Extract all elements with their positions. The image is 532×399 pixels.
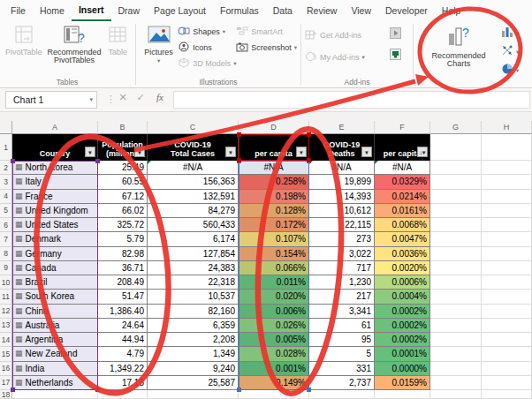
- cell-empty[interactable]: [430, 362, 482, 376]
- cell-population-7[interactable]: 5.79: [98, 232, 148, 246]
- cell-empty[interactable]: [482, 333, 532, 347]
- cell-total-cases-9[interactable]: 24,383: [148, 261, 239, 275]
- column-header-D[interactable]: D: [239, 121, 309, 134]
- cell-population-10[interactable]: 208.49: [98, 275, 148, 290]
- cell-empty[interactable]: [430, 218, 482, 232]
- cell-empty[interactable]: [309, 390, 375, 399]
- category-range-A2-A17-handle[interactable]: [95, 159, 100, 163]
- cell-population-6[interactable]: 325.72: [98, 218, 148, 232]
- cell-cases-per-capita-17[interactable]: 0.149%: [239, 376, 309, 390]
- column-header-B[interactable]: B: [98, 121, 148, 134]
- row-header-8[interactable]: 8: [0, 247, 12, 261]
- cell-cases-per-capita-12[interactable]: 0.006%: [239, 305, 309, 319]
- cell-deaths-5[interactable]: 10,612: [309, 204, 375, 218]
- cell-deaths-14[interactable]: 95: [309, 333, 375, 347]
- filter-button-a[interactable]: ▾: [85, 147, 95, 157]
- cell-empty[interactable]: [430, 290, 482, 304]
- cell-deaths-9[interactable]: 717: [309, 261, 375, 275]
- cell-empty[interactable]: [482, 204, 532, 218]
- column-header-F[interactable]: F: [375, 121, 430, 134]
- cell-deaths-per-capita-12[interactable]: 0.0002%: [375, 305, 430, 319]
- row-header-1[interactable]: 1: [0, 134, 12, 161]
- cell-country-7[interactable]: ▦Denmark: [12, 232, 98, 246]
- cell-total-cases-15[interactable]: 1,349: [148, 347, 239, 361]
- cell-population-5[interactable]: 66.02: [98, 204, 148, 218]
- cell-deaths-per-capita-2[interactable]: #N/A: [375, 161, 430, 175]
- cell-population-9[interactable]: 36.71: [98, 261, 148, 275]
- cell-deaths-15[interactable]: 5: [309, 347, 375, 361]
- cell-cases-per-capita-11[interactable]: 0.020%: [239, 290, 309, 304]
- cell-deaths-10[interactable]: 1,230: [309, 275, 375, 290]
- cell-country-5[interactable]: ▦United Kingdom: [12, 204, 98, 218]
- cell-empty[interactable]: [482, 261, 532, 275]
- cell-empty[interactable]: [430, 261, 482, 275]
- cell-country-2[interactable]: ▦North Korea: [12, 161, 98, 175]
- cell-empty[interactable]: [430, 390, 482, 399]
- cell-country-13[interactable]: ▦Australia: [12, 319, 98, 333]
- cell-total-cases-2[interactable]: #N/A: [148, 161, 239, 175]
- cell-population-14[interactable]: 44.94: [98, 333, 148, 347]
- header-cell-c[interactable]: COVID-19Total Cases▾: [148, 134, 239, 161]
- cell-deaths-per-capita-13[interactable]: 0.0002%: [375, 319, 430, 333]
- cell-country-3[interactable]: ▦Italy: [12, 175, 98, 189]
- cell-empty[interactable]: [482, 376, 532, 390]
- header-cell-a[interactable]: Country▾: [12, 134, 98, 161]
- cell-cases-per-capita-15[interactable]: 0.028%: [239, 347, 309, 361]
- row-header-4[interactable]: 4: [0, 190, 12, 204]
- cell-total-cases-8[interactable]: 127,854: [148, 247, 239, 261]
- cell-population-16[interactable]: 1,349.22: [98, 362, 148, 376]
- cell-empty[interactable]: [482, 390, 532, 399]
- column-header-H[interactable]: H: [482, 121, 532, 134]
- cell-population-13[interactable]: 24.64: [98, 319, 148, 333]
- filter-button-e[interactable]: ▾: [361, 147, 372, 157]
- header-cell-d[interactable]: per capita▾: [239, 134, 309, 161]
- cell-country-8[interactable]: ▦Germany: [12, 247, 98, 261]
- cell-deaths-per-capita-11[interactable]: 0.0004%: [375, 290, 430, 304]
- cell-empty[interactable]: [482, 232, 532, 246]
- cell-empty[interactable]: [239, 390, 309, 399]
- cell-deaths-4[interactable]: 14,393: [309, 190, 375, 204]
- cell-deaths-17[interactable]: 2,737: [309, 376, 375, 390]
- cell-empty[interactable]: [430, 305, 482, 319]
- cell-total-cases-17[interactable]: 25,587: [148, 376, 239, 390]
- cell-deaths-3[interactable]: 19,899: [309, 175, 375, 189]
- cell-cases-per-capita-2[interactable]: #N/A: [239, 161, 309, 175]
- cell-empty[interactable]: [430, 333, 482, 347]
- cell-empty[interactable]: [430, 204, 482, 218]
- series-name-range-D1-handle[interactable]: [237, 132, 241, 137]
- cell-empty[interactable]: [12, 390, 98, 399]
- cell-empty[interactable]: [482, 347, 532, 361]
- category-range-A2-A17-handle[interactable]: [11, 388, 15, 392]
- cell-empty[interactable]: [430, 247, 482, 261]
- cell-country-11[interactable]: ▦South Korea: [12, 290, 98, 304]
- cell-empty[interactable]: [98, 390, 148, 399]
- cell-cases-per-capita-16[interactable]: 0.001%: [239, 362, 309, 376]
- row-header-6[interactable]: 6: [0, 218, 12, 232]
- cell-empty[interactable]: [430, 275, 482, 290]
- row-header-13[interactable]: 13: [0, 319, 12, 333]
- cell-cases-per-capita-10[interactable]: 0.011%: [239, 275, 309, 290]
- cell-deaths-per-capita-17[interactable]: 0.0159%: [375, 376, 430, 390]
- cell-population-4[interactable]: 67.12: [98, 190, 148, 204]
- column-header-C[interactable]: C: [148, 121, 239, 134]
- cell-empty[interactable]: [430, 319, 482, 333]
- cell-empty[interactable]: [148, 390, 239, 399]
- cell-country-4[interactable]: ▦France: [12, 190, 98, 204]
- cell-deaths-11[interactable]: 217: [309, 290, 375, 304]
- cell-deaths-6[interactable]: 22,115: [309, 218, 375, 232]
- cell-deaths-per-capita-9[interactable]: 0.0020%: [375, 261, 430, 275]
- row-header-15[interactable]: 15: [0, 347, 12, 361]
- cell-empty[interactable]: [482, 190, 532, 204]
- sort-filter-button-f[interactable]: ↓▾: [417, 147, 428, 157]
- row-header-10[interactable]: 10: [0, 275, 12, 290]
- cell-total-cases-3[interactable]: 156,363: [148, 175, 239, 189]
- cell-total-cases-7[interactable]: 6,174: [148, 232, 239, 246]
- cell-empty[interactable]: [482, 161, 532, 175]
- cell-population-17[interactable]: 17.18: [98, 376, 148, 390]
- cell-empty[interactable]: [430, 376, 482, 390]
- row-header-16[interactable]: 16: [0, 362, 12, 376]
- row-header-7[interactable]: 7: [0, 232, 12, 246]
- cell-deaths-per-capita-4[interactable]: 0.0214%: [375, 190, 430, 204]
- cell-population-8[interactable]: 82.98: [98, 247, 148, 261]
- cell-cases-per-capita-4[interactable]: 0.198%: [239, 190, 309, 204]
